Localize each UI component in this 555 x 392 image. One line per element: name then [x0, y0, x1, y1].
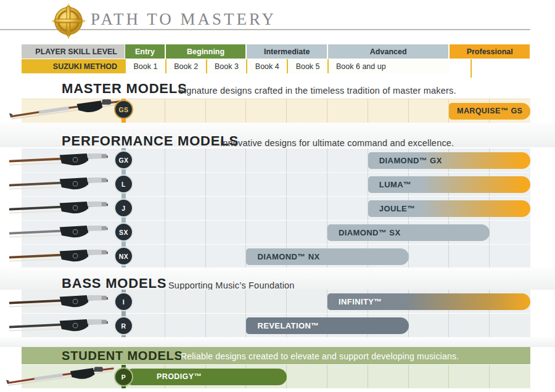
model-badge-gx: GX	[114, 150, 133, 169]
suzuki-book-cell: Book 6 and up	[327, 59, 449, 73]
skill-level-cell-professional: Professional	[450, 44, 530, 59]
product-bar-joule[interactable]: JOULE™	[368, 200, 530, 217]
product-bar-diamond-nx[interactable]: DIAMOND™ NX	[246, 248, 408, 265]
bass-bow-frog-icon	[3, 316, 120, 337]
professional-column-marker	[471, 59, 472, 78]
product-bar-diamond-sx[interactable]: DIAMOND™ SX	[327, 224, 490, 241]
suzuki-book-cell: Book 4	[246, 59, 287, 73]
model-badge-j: J	[114, 198, 133, 218]
product-bar-luma[interactable]: LUMA™	[368, 176, 530, 193]
student-section-band: STUDENT MODELS Reliable designs created …	[22, 347, 530, 364]
page-title: PATH TO MASTERY	[91, 10, 276, 29]
player-skill-level-row: PLAYER SKILL LEVEL Entry Beginning Inter…	[22, 44, 530, 59]
product-bar-infinity[interactable]: INFINITY™	[327, 293, 530, 310]
student-bow-icon	[6, 364, 120, 390]
violin-bow-frog-icon	[3, 246, 120, 267]
section-gap	[0, 337, 555, 347]
brand-logo-icon	[51, 3, 86, 39]
skill-level-cell-entry: Entry	[125, 44, 165, 59]
model-badge-gs: GS	[114, 100, 133, 119]
model-badge-nx: NX	[114, 247, 133, 266]
suzuki-method-row: SUZUKI METHOD Book 1 Book 2 Book 3 Book …	[22, 59, 530, 73]
suzuki-book-cell: Book 2	[165, 59, 206, 73]
section-subtitle-student: Reliable designs created to elevate and …	[181, 351, 459, 361]
violin-bow-frog-icon	[3, 198, 120, 219]
model-badge-p: P	[114, 367, 133, 386]
suzuki-row-label: SUZUKI METHOD	[22, 59, 125, 73]
model-badge-l: L	[114, 174, 133, 194]
product-bar-revelation[interactable]: REVELATION™	[246, 317, 408, 334]
section-subtitle-performance: Innovative designs for ultimate command …	[220, 138, 454, 148]
suzuki-book-cell: Book 3	[206, 59, 247, 73]
section-title-master: MASTER MODELS	[62, 81, 187, 97]
skill-level-cell-advanced: Advanced	[328, 44, 448, 59]
product-bar-diamond-gx[interactable]: DIAMOND™ GX	[368, 152, 530, 169]
model-badge-r: R	[114, 316, 133, 335]
suzuki-book-cell: Book 1	[125, 59, 165, 73]
section-subtitle-master: Signature designs crafted in the timeles…	[178, 86, 456, 96]
violin-bow-frog-icon	[3, 174, 120, 195]
suzuki-book-cell: Book 5	[287, 59, 327, 73]
bass-bow-frog-icon	[3, 292, 120, 312]
skill-row-label: PLAYER SKILL LEVEL	[22, 44, 125, 59]
violin-bow-icon	[9, 96, 130, 123]
section-title-performance: PERFORMANCE MODELS	[62, 133, 239, 149]
product-bar-marquise-gs[interactable]: MARQUISE™ GS	[449, 103, 530, 120]
skill-level-cell-beginning: Beginning	[166, 44, 246, 59]
skill-level-cell-intermediate: Intermediate	[247, 44, 327, 59]
violin-bow-frog-icon	[3, 150, 120, 171]
product-bar-prodigy[interactable]: PRODIGY™	[125, 369, 287, 385]
model-badge-sx: SX	[114, 223, 133, 242]
section-title-student: STUDENT MODELS	[62, 349, 183, 363]
section-subtitle-bass: Supporting Music’s Foundation	[168, 280, 295, 290]
path-to-mastery-infographic: PATH TO MASTERY PLAYER SKILL LEVEL Entry…	[0, 0, 555, 392]
violin-bow-frog-icon	[3, 222, 120, 243]
model-badge-i: I	[114, 292, 133, 311]
